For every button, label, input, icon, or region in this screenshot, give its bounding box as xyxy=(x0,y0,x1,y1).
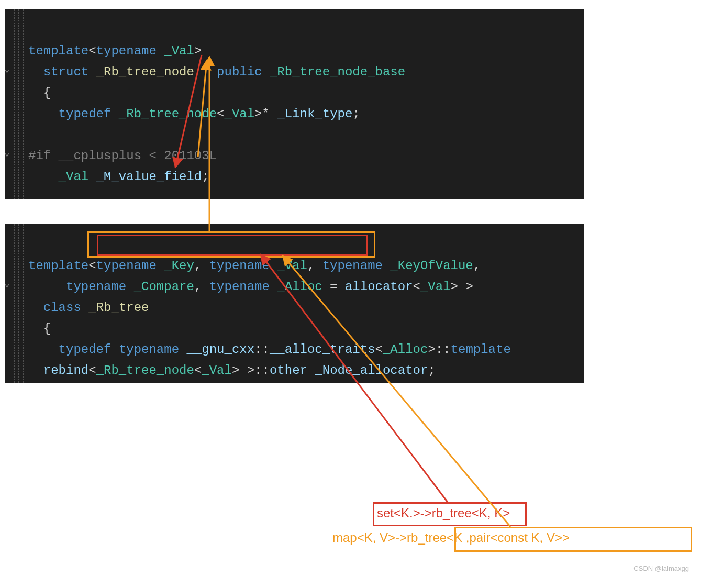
node-allocator: _Node_allocator xyxy=(315,363,428,378)
value-field: _M_value_field xyxy=(96,170,202,184)
code-block-2: ⌄ template<typename _Key, typename _Val,… xyxy=(5,224,584,383)
brace-open: { xyxy=(43,86,51,100)
type-val: _Val xyxy=(277,259,307,273)
kw-struct: struct xyxy=(43,65,88,79)
fold-chevron-icon[interactable]: ⌄ xyxy=(4,273,10,294)
class-name: _Rb_tree xyxy=(88,301,149,315)
annotation-map: map<K, V>->rb_tree<K ,pair<const K, V>> xyxy=(332,530,570,545)
type-val: _Val xyxy=(164,44,194,58)
gutter-2: ⌄ xyxy=(5,224,24,383)
link-type: _Link_type xyxy=(277,107,352,121)
base-type: _Rb_tree_node_base xyxy=(270,65,405,79)
red-highlight-set-text xyxy=(373,502,527,526)
brace-open: { xyxy=(43,321,51,336)
kw-typedef: typedef xyxy=(59,342,112,357)
gutter-1: ⌄ ⌄ xyxy=(5,9,24,199)
type-alloc: _Alloc xyxy=(277,280,322,294)
annotation-set: set<K.>->rb_tree<K, K> xyxy=(377,506,510,520)
kw-typedef: typedef xyxy=(59,107,112,121)
allocator: allocator xyxy=(345,280,413,294)
code-content-1[interactable]: template<typename _Val> struct _Rb_tree_… xyxy=(28,20,405,208)
kw-template: template xyxy=(28,44,88,58)
code-block-1: ⌄ ⌄ template<typename _Val> struct _Rb_t… xyxy=(5,9,584,199)
watermark: CSDN @laimaxgg xyxy=(633,564,689,572)
rebind: rebind xyxy=(43,363,88,378)
fold-chevron-icon[interactable]: ⌄ xyxy=(4,59,10,80)
preprocessor: #if __cplusplus < 201103L xyxy=(28,149,217,163)
orange-highlight-map-text xyxy=(454,527,692,552)
kw-public: public xyxy=(217,65,262,79)
kw-typename: typename xyxy=(96,44,157,58)
type-compare: _Compare xyxy=(134,280,194,294)
struct-name: _Rb_tree_node xyxy=(96,65,194,79)
type-keyofvalue: _KeyOfValue xyxy=(390,259,473,273)
kw-class: class xyxy=(43,301,81,315)
type-key: _Key xyxy=(164,259,194,273)
code-content-2[interactable]: template<typename _Key, typename _Val, t… xyxy=(28,235,511,402)
fold-chevron-icon[interactable]: ⌄ xyxy=(4,142,10,163)
kw-template: template xyxy=(28,259,88,273)
